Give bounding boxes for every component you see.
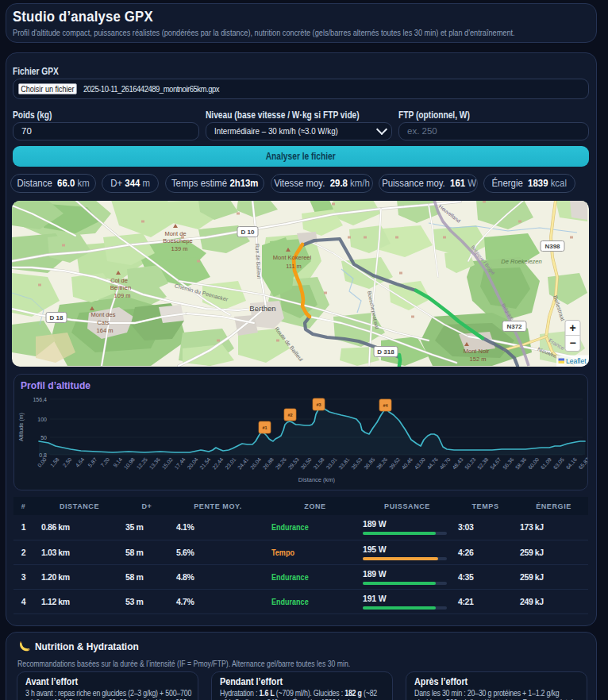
svg-text:N398: N398 — [545, 243, 560, 250]
svg-text:13,36: 13,36 — [148, 456, 161, 471]
svg-text:N372: N372 — [506, 323, 522, 330]
svg-text:43,00: 43,00 — [414, 456, 426, 471]
svg-text:164 m: 164 m — [97, 327, 114, 334]
svg-text:4,64: 4,64 — [75, 456, 86, 468]
svg-text:24,41: 24,41 — [237, 456, 249, 471]
svg-text:50: 50 — [40, 435, 47, 440]
svg-text:Distance (km): Distance (km) — [298, 476, 336, 483]
svg-text:10,98: 10,98 — [123, 456, 136, 471]
svg-text:48,43: 48,43 — [451, 456, 464, 471]
svg-text:156,4: 156,4 — [33, 397, 47, 402]
svg-text:D 10: D 10 — [241, 229, 255, 236]
svg-text:26,88: 26,88 — [262, 456, 275, 471]
svg-text:61,09: 61,09 — [540, 456, 552, 471]
svg-text:39,62: 39,62 — [388, 456, 401, 471]
svg-text:52,38: 52,38 — [476, 456, 489, 471]
svg-text:#2: #2 — [287, 413, 292, 417]
svg-text:33,01: 33,01 — [325, 456, 337, 471]
svg-text:Col de: Col de — [110, 277, 128, 284]
svg-text:Profil d’altitude: Profil d’altitude — [21, 380, 90, 391]
svg-text:+: + — [569, 321, 575, 334]
svg-text:#1: #1 — [262, 425, 267, 430]
svg-text:46,70: 46,70 — [438, 456, 451, 471]
svg-text:Cats: Cats — [97, 319, 110, 326]
svg-text:36,85: 36,85 — [363, 456, 375, 471]
svg-text:15,02: 15,02 — [161, 456, 174, 471]
svg-text:Mont Noir: Mont Noir — [464, 348, 490, 355]
svg-text:Berthen: Berthen — [249, 304, 275, 313]
svg-text:Berthen: Berthen — [110, 284, 131, 291]
svg-text:17,44: 17,44 — [173, 456, 186, 471]
svg-text:Boeschepe: Boeschepe — [163, 237, 193, 244]
svg-text:21,54: 21,54 — [198, 456, 211, 471]
svg-text:50,23: 50,23 — [464, 456, 476, 471]
svg-text:Mont de: Mont de — [164, 230, 186, 237]
svg-text:63,05: 63,05 — [552, 456, 565, 471]
svg-text:D 318: D 318 — [377, 348, 394, 356]
svg-text:1,58: 1,58 — [49, 456, 60, 468]
svg-text:38,26: 38,26 — [375, 456, 388, 471]
svg-text:Mont Kokereel: Mont Kokereel — [273, 254, 312, 261]
svg-text:56,36: 56,36 — [502, 456, 514, 471]
svg-text:152 m: 152 m — [470, 356, 487, 363]
svg-text:139 m: 139 m — [171, 245, 188, 252]
svg-text:54,67: 54,67 — [489, 456, 502, 471]
svg-text:29,53: 29,53 — [287, 456, 300, 471]
svg-text:5,87: 5,87 — [87, 456, 98, 468]
svg-text:7,20: 7,20 — [99, 456, 110, 468]
svg-text:40,46: 40,46 — [401, 456, 414, 471]
svg-text:23,01: 23,01 — [224, 456, 237, 471]
svg-text:20,04: 20,04 — [186, 456, 198, 471]
svg-text:Mont des: Mont des — [91, 311, 116, 318]
svg-text:44,76: 44,76 — [426, 456, 439, 471]
svg-text:De Roekelezen: De Roekelezen — [501, 258, 541, 265]
svg-text:33,81: 33,81 — [337, 456, 350, 471]
svg-text:22,44: 22,44 — [211, 456, 224, 471]
svg-text:−: − — [569, 337, 575, 349]
svg-text:64,16: 64,16 — [565, 456, 578, 471]
svg-text:D 18: D 18 — [50, 314, 63, 321]
svg-text:#3: #3 — [316, 402, 321, 407]
svg-text:26,04: 26,04 — [249, 456, 262, 471]
svg-text:9,14: 9,14 — [112, 456, 123, 468]
svg-text:100: 100 — [37, 417, 47, 422]
svg-text:Altitude (m): Altitude (m) — [18, 413, 25, 441]
svg-text:109 m: 109 m — [114, 292, 131, 299]
svg-text:35,63: 35,63 — [350, 456, 363, 471]
svg-text:#4: #4 — [383, 403, 388, 408]
svg-text:58,36: 58,36 — [514, 456, 527, 471]
svg-text:28,26: 28,26 — [275, 456, 287, 471]
svg-text:60,00: 60,00 — [527, 456, 540, 471]
svg-text:30,50: 30,50 — [299, 456, 312, 471]
svg-text:12,25: 12,25 — [136, 456, 148, 471]
svg-text:0,00: 0,00 — [37, 456, 48, 468]
svg-text:31,58: 31,58 — [312, 456, 325, 471]
svg-text:Leaflet: Leaflet — [566, 357, 587, 365]
svg-text:65,87: 65,87 — [577, 456, 587, 471]
svg-text:111 m: 111 m — [286, 263, 302, 270]
svg-text:2,50: 2,50 — [62, 456, 73, 468]
